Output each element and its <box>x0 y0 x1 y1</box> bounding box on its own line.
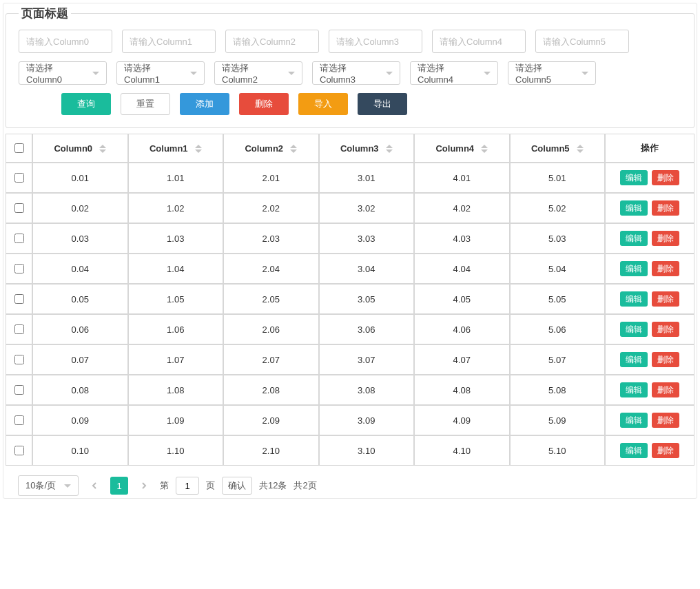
pager-confirm-button[interactable]: 确认 <box>222 477 252 495</box>
row-edit-button[interactable]: 编辑 <box>620 443 648 458</box>
filter-input-3[interactable] <box>329 30 422 53</box>
table-row: 0.071.072.073.074.075.07编辑删除 <box>6 344 694 375</box>
row-edit-button[interactable]: 编辑 <box>620 413 648 428</box>
pager-prev-button[interactable] <box>85 477 103 495</box>
filter-input-5[interactable] <box>535 30 629 53</box>
row-edit-button[interactable]: 编辑 <box>620 170 648 185</box>
sort-icon[interactable] <box>99 145 106 153</box>
row-edit-button[interactable]: 编辑 <box>620 200 648 216</box>
column-header-0[interactable]: Column0 <box>32 134 128 163</box>
cell: 5.03 <box>510 223 606 254</box>
column-header-1[interactable]: Column1 <box>128 134 224 163</box>
cell: 3.09 <box>319 405 415 435</box>
pager-next-button[interactable] <box>135 477 153 495</box>
cell: 2.07 <box>223 344 319 375</box>
row-checkbox[interactable] <box>14 173 24 183</box>
filter-input-row <box>19 30 681 53</box>
cell: 0.02 <box>32 193 128 223</box>
pager-total-items: 共12条 <box>259 479 287 492</box>
row-checkbox[interactable] <box>14 415 24 425</box>
page-container: 页面标题 请选择Column0请选择Column1请选择Column2请选择Co… <box>3 3 697 499</box>
cell: 3.02 <box>319 193 415 223</box>
chevron-down-icon <box>92 72 99 75</box>
cell: 0.10 <box>32 435 128 466</box>
row-delete-button[interactable]: 删除 <box>652 443 679 458</box>
sort-icon[interactable] <box>290 145 297 153</box>
row-edit-button[interactable]: 编辑 <box>620 261 648 276</box>
filter-panel: 页面标题 请选择Column0请选择Column1请选择Column2请选择Co… <box>6 6 694 128</box>
row-delete-button[interactable]: 删除 <box>652 170 679 185</box>
filter-input-0[interactable] <box>19 30 112 53</box>
row-checkbox[interactable] <box>14 294 24 304</box>
pager-prefix: 第 <box>160 479 169 492</box>
sort-icon[interactable] <box>386 145 393 153</box>
column-header-2[interactable]: Column2 <box>223 134 319 163</box>
column-header-5[interactable]: Column5 <box>510 134 606 163</box>
export-button[interactable]: 导出 <box>358 93 407 115</box>
sort-icon[interactable] <box>481 145 488 153</box>
filter-input-1[interactable] <box>122 30 216 53</box>
row-delete-button[interactable]: 删除 <box>652 322 679 337</box>
row-checkbox[interactable] <box>14 264 24 273</box>
cell: 5.04 <box>510 254 606 284</box>
cell: 5.06 <box>510 314 606 344</box>
row-checkbox[interactable] <box>14 234 24 243</box>
column-header-3[interactable]: Column3 <box>319 134 415 163</box>
row-edit-button[interactable]: 编辑 <box>620 322 648 337</box>
cell: 2.10 <box>223 435 319 466</box>
filter-select-0[interactable]: 请选择Column0 <box>19 61 107 85</box>
pager-goto-input[interactable] <box>176 477 199 495</box>
cell: 0.01 <box>32 163 128 193</box>
row-delete-button[interactable]: 删除 <box>652 291 679 307</box>
table-header-row: Column0Column1Column2Column3Column4Colum… <box>6 134 694 163</box>
filter-select-2[interactable]: 请选择Column2 <box>214 61 302 85</box>
cell: 2.04 <box>223 254 319 284</box>
row-delete-button[interactable]: 删除 <box>652 231 679 246</box>
row-checkbox[interactable] <box>14 324 24 334</box>
cell: 1.07 <box>128 344 224 375</box>
pager-page-1[interactable]: 1 <box>110 477 128 495</box>
row-checkbox[interactable] <box>14 203 24 213</box>
reset-button[interactable]: 重置 <box>121 93 170 115</box>
filter-input-2[interactable] <box>225 30 319 53</box>
delete-button[interactable]: 删除 <box>239 93 289 115</box>
row-edit-button[interactable]: 编辑 <box>620 231 648 246</box>
add-button[interactable]: 添加 <box>180 93 229 115</box>
row-checkbox[interactable] <box>14 355 24 364</box>
cell: 3.06 <box>319 314 415 344</box>
column-header-actions: 操作 <box>605 134 694 163</box>
cell: 5.09 <box>510 405 606 435</box>
chevron-down-icon <box>190 72 197 75</box>
column-header-4[interactable]: Column4 <box>414 134 510 163</box>
filter-select-1[interactable]: 请选择Column1 <box>116 61 205 85</box>
cell: 1.10 <box>128 435 224 466</box>
row-checkbox[interactable] <box>14 385 24 395</box>
select-all-checkbox[interactable] <box>14 143 24 153</box>
cell: 4.03 <box>414 223 510 254</box>
filter-select-3[interactable]: 请选择Column3 <box>312 61 400 85</box>
import-button[interactable]: 导入 <box>298 93 348 115</box>
row-edit-button[interactable]: 编辑 <box>620 291 648 307</box>
row-delete-button[interactable]: 删除 <box>652 261 679 276</box>
filter-select-4[interactable]: 请选择Column4 <box>410 61 498 85</box>
row-edit-button[interactable]: 编辑 <box>620 352 648 367</box>
sort-icon[interactable] <box>577 145 584 153</box>
row-delete-button[interactable]: 删除 <box>652 200 679 216</box>
cell: 1.08 <box>128 375 224 405</box>
chevron-down-icon <box>386 72 393 75</box>
row-edit-button[interactable]: 编辑 <box>620 382 648 397</box>
filter-input-4[interactable] <box>432 30 526 53</box>
cell: 2.05 <box>223 284 319 314</box>
column-header-label: Column3 <box>340 143 379 154</box>
row-actions-cell: 编辑删除 <box>605 314 694 344</box>
table-row: 0.011.012.013.014.015.01编辑删除 <box>6 163 694 193</box>
row-delete-button[interactable]: 删除 <box>652 352 679 367</box>
row-delete-button[interactable]: 删除 <box>652 382 679 397</box>
row-delete-button[interactable]: 删除 <box>652 413 679 428</box>
page-size-select[interactable]: 10条/页 <box>18 475 79 496</box>
sort-icon[interactable] <box>195 145 202 153</box>
query-button[interactable]: 查询 <box>61 93 111 115</box>
row-checkbox[interactable] <box>14 446 24 455</box>
filter-select-label: 请选择Column1 <box>124 62 186 85</box>
filter-select-5[interactable]: 请选择Column5 <box>508 61 596 85</box>
